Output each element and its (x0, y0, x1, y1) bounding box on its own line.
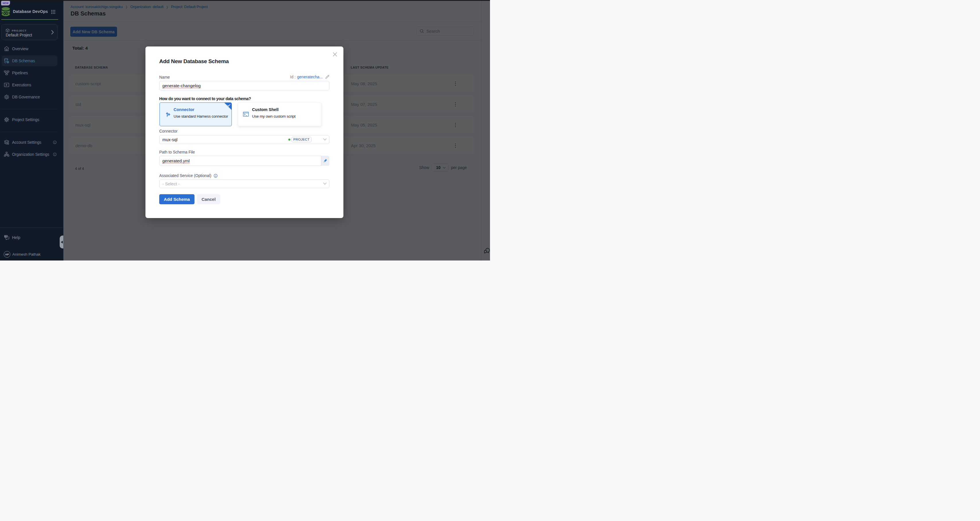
new-badge: NEW (1, 1, 10, 5)
sidebar-green-divider (1, 19, 58, 20)
add-schema-modal: Add New Database Schema Name Id : genera… (145, 46, 344, 218)
chevron-right-icon (51, 30, 54, 35)
cancel-button[interactable]: Cancel (197, 194, 220, 204)
check-icon (228, 104, 231, 107)
project-name: Default Project (6, 33, 32, 37)
add-schema-button[interactable]: Add Schema (159, 194, 194, 204)
sidebar-collapse-handle[interactable] (60, 236, 64, 249)
sidebar-item-help[interactable]: ? Help (4, 235, 21, 240)
info-icon (53, 140, 57, 144)
sidebar-item-label: Overview (12, 46, 29, 51)
gear-icon (4, 117, 10, 123)
executions-icon (4, 82, 10, 88)
info-icon (214, 174, 218, 178)
sidebar-item-label: DB Schemas (12, 59, 35, 63)
path-label: Path to Schema File (159, 150, 195, 155)
connector-select[interactable]: mux-sql PROJECT (159, 135, 329, 144)
terminal-icon (243, 111, 249, 117)
sidebar-item-label: Executions (12, 83, 31, 87)
collapse-arrow-icon (61, 241, 63, 244)
project-selector[interactable]: PROJECT Default Project (2, 24, 58, 40)
custom-shell-option-title: Custom Shell (252, 107, 279, 112)
custom-shell-option-subtitle: Use my own custom script (252, 114, 296, 118)
name-label: Name (159, 75, 170, 80)
sidebar-item-executions[interactable]: Executions (2, 80, 57, 90)
app-title: Database DevOps (13, 9, 48, 14)
connector-status-dot (288, 139, 290, 140)
sidebar-item-label: Pipelines (12, 70, 28, 75)
nav-divider (2, 132, 57, 132)
entity-id-row: Id : generatecha... (290, 75, 329, 79)
chevron-down-icon (323, 138, 327, 140)
project-scope-label: PROJECT (12, 29, 27, 32)
sidebar-divider (0, 228, 64, 228)
user-name: Animesh Pathak (12, 252, 40, 257)
select-adornments: PROJECT (288, 135, 327, 144)
cube-icon (6, 29, 10, 32)
top-banner (0, 0, 490, 1)
pin-icon (323, 159, 327, 163)
nav-divider (2, 109, 57, 109)
sidebar-item-label: DB Governance (12, 95, 40, 99)
governance-icon (4, 94, 10, 100)
database-devops-logo-icon: ∞ (1, 7, 10, 16)
app-logo-row: ∞ Database DevOps (1, 6, 48, 16)
connector-label: Connector (159, 129, 178, 134)
sidebar-item-pipelines[interactable]: Pipelines (2, 67, 57, 78)
user-profile[interactable]: AP Animesh Pathak (4, 251, 40, 258)
project-label-row: PROJECT (6, 29, 27, 32)
name-value: generate-changelog (162, 83, 200, 88)
scope-tag: PROJECT (291, 137, 312, 142)
connector-value: mux-sql (162, 137, 178, 142)
edit-pencil-icon[interactable] (325, 75, 329, 79)
sidebar-item-label: Project Settings (12, 117, 39, 122)
user-avatar: AP (4, 251, 10, 258)
sidebar-item-project-settings[interactable]: Project Settings (2, 114, 57, 125)
home-icon (4, 46, 10, 52)
help-chat-icon: ? (4, 235, 10, 240)
sidebar-item-organization-settings[interactable]: Organization Settings (2, 149, 57, 160)
sidebar: NEW ∞ Database DevOps PROJECT Default Pr… (0, 1, 64, 260)
sidebar-item-label: Organization Settings (12, 152, 49, 157)
associated-service-label: Associated Service (Optional) (159, 173, 218, 178)
path-value: generated.yml (162, 158, 189, 163)
branch-arrows-icon (165, 111, 171, 117)
path-input[interactable]: generated.yml (159, 156, 329, 166)
option-card-custom-shell[interactable]: Custom Shell Use my own custom script (238, 102, 321, 126)
pipelines-icon (4, 70, 10, 76)
db-schema-icon (4, 58, 10, 64)
chevron-down-icon (323, 182, 327, 185)
name-input[interactable]: generate-changelog (159, 81, 329, 90)
connector-option-subtitle: Use standard Harness connector (173, 114, 228, 118)
info-icon (53, 153, 57, 156)
connector-option-title: Connector (173, 107, 194, 112)
sidebar-item-label: Account Settings (12, 140, 41, 145)
modal-buttons: Add Schema Cancel (159, 194, 220, 204)
svg-text:∞: ∞ (3, 9, 9, 16)
option-card-connector[interactable]: Connector Use standard Harness connector (159, 102, 232, 126)
modal-title: Add New Database Schema (159, 58, 229, 65)
svg-text:?: ? (5, 235, 7, 238)
sidebar-item-db-schemas[interactable]: DB Schemas (2, 55, 57, 66)
select-adornments (312, 180, 327, 188)
associated-service-select[interactable]: - Select - (159, 179, 329, 188)
pin-button[interactable] (321, 156, 329, 166)
connect-question-label: How do you want to connect to your data … (159, 96, 251, 101)
help-label: Help (12, 235, 21, 240)
id-value-link[interactable]: generatecha... (297, 75, 323, 79)
id-prefix: Id : (290, 75, 296, 79)
sidebar-item-account-settings[interactable]: Account Settings (2, 137, 57, 148)
layers-gear-icon (4, 139, 10, 145)
close-icon[interactable] (333, 52, 337, 57)
associated-service-text: Associated Service (Optional) (159, 173, 212, 178)
sidebar-item-db-governance[interactable]: DB Governance (2, 91, 57, 102)
org-gear-icon (4, 151, 10, 157)
service-placeholder: - Select - (162, 181, 180, 186)
sidebar-item-overview[interactable]: Overview (2, 43, 57, 54)
app-grid-icon[interactable] (51, 10, 56, 14)
